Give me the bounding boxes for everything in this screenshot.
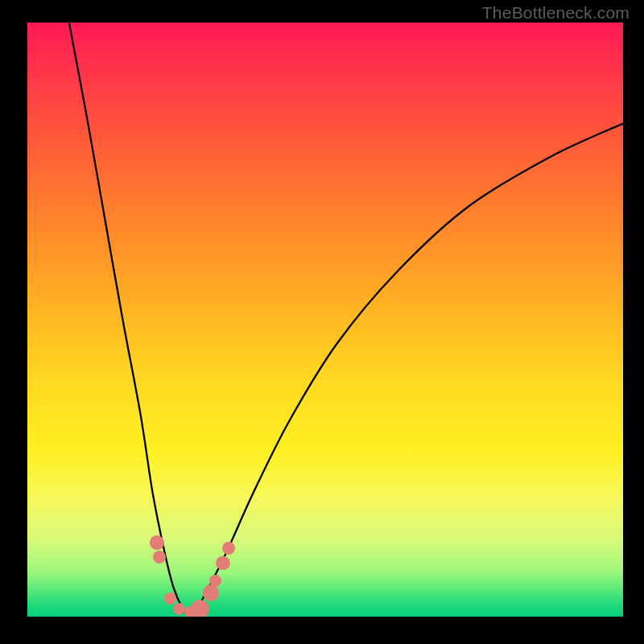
bottleneck-curve [27, 23, 623, 617]
curve-marker [173, 603, 185, 615]
curve-marker [150, 535, 164, 550]
curve-marker [216, 556, 230, 571]
plot-area [27, 23, 623, 617]
curve-marker [191, 600, 210, 617]
watermark-text: TheBottleneck.com [482, 3, 630, 23]
curve-marker [203, 584, 220, 601]
chart-frame: TheBottleneck.com [0, 0, 644, 644]
